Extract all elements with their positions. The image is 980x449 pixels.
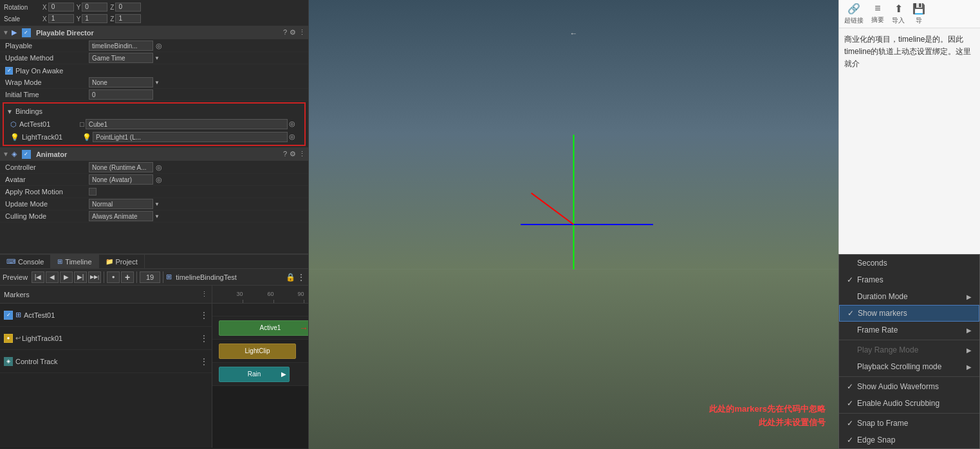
- main-layout: Rotation X0 Y0 Z0 Scale X1 Y1 Z1: [0, 0, 980, 449]
- director-checkbox[interactable]: ✓: [22, 28, 31, 37]
- add-track-button[interactable]: +: [121, 271, 134, 283]
- summary-label: 摘要: [871, 15, 884, 24]
- animator-title: Animator: [36, 151, 67, 158]
- next-frame-button[interactable]: ▶|: [74, 271, 87, 283]
- binding1-target-box[interactable]: Cube1: [86, 119, 288, 129]
- acttest01-checkbox[interactable]: ✓: [4, 311, 13, 320]
- tab-timeline[interactable]: ⊞ Timeline: [51, 255, 98, 269]
- audio-waveforms-checkmark: ✓: [847, 382, 857, 391]
- bindings-toggle-icon[interactable]: ▼: [6, 108, 13, 115]
- ctx-play-range-mode: Play Range Mode ▶: [839, 342, 979, 358]
- binding2-target: 💡 PointLight1 (L... ◎: [82, 132, 298, 142]
- lightclip1-clip[interactable]: LightClip: [219, 344, 296, 359]
- update-method-value[interactable]: Game Time ▼: [89, 53, 303, 63]
- import-button[interactable]: ⬆ 导入: [892, 3, 905, 25]
- update-mode-value[interactable]: Normal ▼: [89, 199, 303, 209]
- ctx-frames[interactable]: ✓ Frames: [839, 271, 979, 288]
- ctx-playback-scrolling[interactable]: Playback Scrolling mode ▶: [839, 358, 979, 375]
- help-icon[interactable]: ?: [283, 28, 287, 37]
- acttest01-type-icon: ⊞: [15, 311, 21, 319]
- record-button[interactable]: ●: [107, 271, 120, 283]
- bindings-section: ▼ Bindings ⬡ ActTest01 □ Cube1 ◎ 💡 Light…: [3, 102, 306, 146]
- ctx-enable-audio-scrubbing[interactable]: ✓ Enable Audio Scrubbing: [839, 395, 979, 412]
- animator-help-icon[interactable]: ?: [283, 150, 287, 158]
- animator-more-icon[interactable]: ⋮: [299, 150, 306, 158]
- settings-icon[interactable]: ⚙: [290, 28, 296, 37]
- binding1-target-btn[interactable]: ◎: [289, 120, 298, 129]
- lock-icon[interactable]: 🔒: [286, 273, 295, 282]
- initial-time-value[interactable]: 0: [89, 89, 153, 100]
- lighttrack01-checkbox[interactable]: ●: [4, 334, 13, 343]
- tab-console[interactable]: ⌨ Console: [0, 255, 51, 269]
- center-panel: ← 此处的markers先在代码中忽略 此处并未设置信号: [309, 0, 838, 449]
- binding2-target-btn[interactable]: ◎: [289, 133, 298, 142]
- ruler-mark-60: 60: [273, 288, 274, 304]
- track-row-acttest01[interactable]: ✓ ⊞ ActTest01 ⋮: [0, 304, 212, 327]
- ctx-separator-1: [839, 340, 979, 340]
- acttest01-menu-icon[interactable]: ⋮: [200, 311, 208, 320]
- ctx-duration-mode[interactable]: Duration Mode ▶: [839, 288, 979, 305]
- more-icon[interactable]: ⋮: [299, 28, 306, 37]
- playable-row: Playable timelineBindin... ◎: [0, 40, 308, 52]
- frame-rate-label: Frame Rate: [857, 325, 966, 334]
- preview-label: Preview: [3, 273, 28, 281]
- snap-to-frame-label: Snap to Frame: [857, 419, 972, 428]
- binding2-target-box[interactable]: PointLight1 (L...: [93, 132, 288, 142]
- wrap-mode-box: None: [89, 77, 153, 87]
- ctx-show-markers[interactable]: ✓ Show markers: [839, 305, 979, 322]
- tab-project[interactable]: 📁 Project: [99, 255, 145, 269]
- ctx-show-audio-waveforms[interactable]: ✓ Show Audio Waveforms: [839, 378, 979, 395]
- culling-mode-value[interactable]: Always Animate ▼: [89, 211, 303, 221]
- summary-icon: ≡: [874, 3, 880, 14]
- menu-icon[interactable]: ⋮: [297, 272, 306, 282]
- active1-clip[interactable]: Active1: [219, 320, 308, 336]
- rain-clip[interactable]: Rain ▶: [219, 367, 290, 382]
- animator-settings-icon[interactable]: ⚙: [290, 150, 296, 158]
- apply-root-motion-checkbox[interactable]: [89, 188, 97, 196]
- frame-input[interactable]: [140, 271, 160, 283]
- timeline-toolbar: Preview |◀ ◀ ▶ ▶| ▶▶| ● + ⊞ timelineBind…: [0, 269, 308, 286]
- controller-target-icon[interactable]: ◎: [156, 163, 162, 172]
- audio-waveforms-label: Show Audio Waveforms: [857, 382, 972, 391]
- go-end-button[interactable]: ▶▶|: [88, 271, 101, 283]
- right-panel: 🔗 超链接 ≡ 摘要 ⬆ 导入 💾 导 商业化的项目，timeline是的。因此…: [838, 0, 980, 449]
- ctx-frame-rate[interactable]: Frame Rate ▶: [839, 322, 979, 338]
- summary-button[interactable]: ≡ 摘要: [871, 3, 884, 25]
- update-mode-box: Normal: [89, 199, 153, 209]
- prev-frame-button[interactable]: ◀: [46, 271, 59, 283]
- avatar-target-icon[interactable]: ◎: [156, 176, 162, 184]
- play-on-awake-checkbox[interactable]: ✓: [5, 67, 13, 75]
- lighttrack01-menu-icon[interactable]: ⋮: [200, 334, 208, 343]
- track-row-lighttrack01[interactable]: ● ↩ LightTrack01 ⋮: [0, 327, 212, 350]
- lighttrack01-clips-row: LightClip LightClip: [212, 340, 308, 363]
- playable-value[interactable]: timelineBindin... ◎: [89, 41, 303, 51]
- update-method-box: Game Time: [89, 53, 153, 63]
- expand-arrow-icon[interactable]: ▼: [3, 29, 9, 36]
- ctx-snap-to-frame[interactable]: ✓ Snap to Frame: [839, 415, 979, 432]
- overlay-line2: 此处并未设置信号: [709, 416, 826, 430]
- go-start-button[interactable]: |◀: [32, 271, 44, 283]
- director-icon: ▶: [12, 28, 17, 37]
- animator-checkbox[interactable]: ✓: [22, 150, 31, 159]
- animator-expand-icon[interactable]: ▼: [3, 151, 9, 158]
- markers-menu-icon[interactable]: ⋮: [201, 290, 208, 298]
- binding1-name: ActTest01: [19, 120, 77, 128]
- scale-z: Z1: [110, 14, 141, 23]
- avatar-value[interactable]: None (Avatar) ◎: [89, 174, 303, 185]
- ctx-seconds[interactable]: Seconds: [839, 255, 979, 271]
- play-button[interactable]: ▶: [60, 271, 73, 283]
- binding1-cube-icon: □: [80, 120, 84, 128]
- save-button[interactable]: 💾 导: [912, 3, 925, 25]
- project-icon: 📁: [106, 258, 113, 265]
- playable-director-title: Playable Director: [36, 29, 94, 37]
- playable-value-box: timelineBindin...: [89, 41, 153, 51]
- hyperlink-button[interactable]: 🔗 超链接: [844, 3, 864, 25]
- controller-value[interactable]: None (Runtime A... ◎: [89, 162, 303, 172]
- playable-target-icon[interactable]: ◎: [156, 42, 162, 50]
- console-icon: ⌨: [6, 258, 15, 265]
- wrap-mode-value[interactable]: None ▼: [89, 77, 303, 87]
- avatar-row: Avatar None (Avatar) ◎: [0, 174, 308, 186]
- controltrack-menu-icon[interactable]: ⋮: [200, 357, 208, 366]
- track-row-controltrack[interactable]: ◈ Control Track ⋮: [0, 350, 212, 373]
- ctx-edge-snap[interactable]: ✓ Edge Snap: [839, 432, 979, 448]
